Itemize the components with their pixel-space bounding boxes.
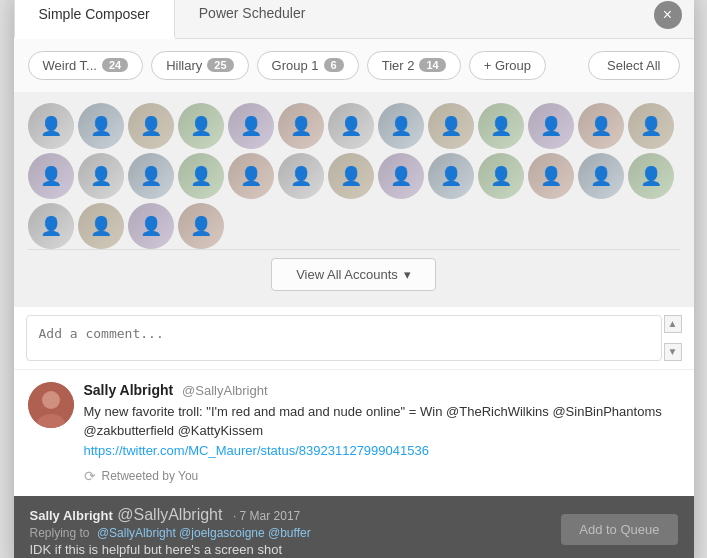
tweet-content: Sally Albright @SallyAlbright My new fav… (84, 382, 680, 485)
avatar[interactable]: 👤 (428, 153, 474, 199)
view-all-bar: View All Accounts ▾ (28, 249, 680, 297)
chevron-down-icon: ▾ (404, 267, 411, 282)
comment-input[interactable] (26, 315, 662, 361)
avatar[interactable]: 👤 (178, 103, 224, 149)
notif-handle: @SallyAlbright (117, 506, 222, 523)
tweet-text: My new favorite troll: "I'm red and mad … (84, 402, 680, 461)
notification-bar: Add to Queue Sally Albright @SallyAlbrig… (14, 496, 694, 558)
avatar[interactable]: 👤 (128, 203, 174, 249)
tweet-username: Sally Albright (84, 382, 174, 398)
scrollbar-controls: ▲ ▼ (664, 315, 682, 361)
notif-username: Sally Albright (30, 508, 113, 523)
avatar[interactable]: 👤 (28, 103, 74, 149)
close-button[interactable]: × (654, 1, 682, 29)
avatar[interactable]: 👤 (228, 103, 274, 149)
notif-reply-handles: @SallyAlbright @joelgascoigne @buffer (97, 526, 311, 540)
group-tag-group1[interactable]: Group 1 6 (257, 51, 359, 80)
tab-simple-composer[interactable]: Simple Composer (14, 0, 175, 39)
scroll-down-button[interactable]: ▼ (664, 343, 682, 361)
group-tag-tier2[interactable]: Tier 2 14 (367, 51, 461, 80)
comment-box-area: ▲ ▼ (14, 307, 694, 370)
avatar[interactable]: 👤 (478, 153, 524, 199)
group-tag-tier2-badge: 14 (419, 58, 445, 72)
retweet-line: ⟳ Retweeted by You (84, 468, 680, 484)
avatar[interactable]: 👤 (178, 203, 224, 249)
group-tag-hillary-badge: 25 (207, 58, 233, 72)
avatar[interactable]: 👤 (78, 203, 124, 249)
avatar[interactable]: 👤 (378, 153, 424, 199)
avatar[interactable]: 👤 (178, 153, 224, 199)
avatar[interactable]: 👤 (578, 153, 624, 199)
avatar[interactable]: 👤 (28, 153, 74, 199)
retweet-icon: ⟳ (84, 468, 96, 484)
add-group-button[interactable]: + Group (469, 51, 546, 80)
avatar[interactable]: 👤 (428, 103, 474, 149)
group-tag-hillary-label: Hillary (166, 58, 202, 73)
tweet-user-line: Sally Albright @SallyAlbright (84, 382, 680, 398)
group-tag-weird-badge: 24 (102, 58, 128, 72)
tabs-bar: Simple Composer Power Scheduler (14, 0, 694, 39)
select-all-button[interactable]: Select All (588, 51, 679, 80)
avatar[interactable]: 👤 (78, 153, 124, 199)
avatar[interactable]: 👤 (328, 153, 374, 199)
tweet-avatar (28, 382, 74, 428)
avatar[interactable]: 👤 (128, 103, 174, 149)
view-all-accounts-button[interactable]: View All Accounts ▾ (271, 258, 436, 291)
avatars-section: 👤 👤 👤 👤 👤 👤 👤 👤 👤 👤 👤 👤 👤 👤 👤 👤 👤 👤 👤 👤 … (14, 93, 694, 307)
group-tag-group1-label: Group 1 (272, 58, 319, 73)
avatar[interactable]: 👤 (28, 203, 74, 249)
tab-power-scheduler[interactable]: Power Scheduler (175, 0, 330, 38)
avatar[interactable]: 👤 (228, 153, 274, 199)
avatar[interactable]: 👤 (528, 153, 574, 199)
group-tag-hillary[interactable]: Hillary 25 (151, 51, 248, 80)
avatars-grid: 👤 👤 👤 👤 👤 👤 👤 👤 👤 👤 👤 👤 👤 👤 👤 👤 👤 👤 👤 👤 … (28, 103, 680, 249)
tweet-link[interactable]: https://twitter.com/MC_Maurer/status/839… (84, 443, 429, 458)
add-to-queue-button[interactable]: Add to Queue (561, 514, 677, 545)
group-tag-weird-label: Weird T... (43, 58, 97, 73)
group-tag-weird[interactable]: Weird T... 24 (28, 51, 144, 80)
avatar[interactable]: 👤 (478, 103, 524, 149)
tweet-section: Sally Albright @SallyAlbright My new fav… (14, 370, 694, 497)
modal: × Simple Composer Power Scheduler Weird … (14, 0, 694, 558)
group-tag-group1-badge: 6 (324, 58, 344, 72)
avatar[interactable]: 👤 (328, 103, 374, 149)
tweet-handle: @SallyAlbright (182, 383, 267, 398)
notif-reply-label: Replying to (30, 526, 90, 540)
notif-date: · 7 Mar 2017 (233, 509, 300, 523)
retweet-label: Retweeted by You (102, 469, 199, 483)
avatar[interactable]: 👤 (578, 103, 624, 149)
scroll-up-button[interactable]: ▲ (664, 315, 682, 333)
avatar[interactable]: 👤 (78, 103, 124, 149)
avatar[interactable]: 👤 (628, 103, 674, 149)
group-tag-tier2-label: Tier 2 (382, 58, 415, 73)
avatar[interactable]: 👤 (528, 103, 574, 149)
tweet-body: My new favorite troll: "I'm red and mad … (84, 404, 662, 439)
avatar[interactable]: 👤 (128, 153, 174, 199)
avatar[interactable]: 👤 (278, 153, 324, 199)
view-all-label: View All Accounts (296, 267, 398, 282)
avatar[interactable]: 👤 (628, 153, 674, 199)
avatar[interactable]: 👤 (278, 103, 324, 149)
avatar[interactable]: 👤 (378, 103, 424, 149)
svg-point-1 (42, 391, 60, 409)
groups-bar: Weird T... 24 Hillary 25 Group 1 6 Tier … (14, 39, 694, 93)
tweet-header: Sally Albright @SallyAlbright My new fav… (28, 382, 680, 485)
